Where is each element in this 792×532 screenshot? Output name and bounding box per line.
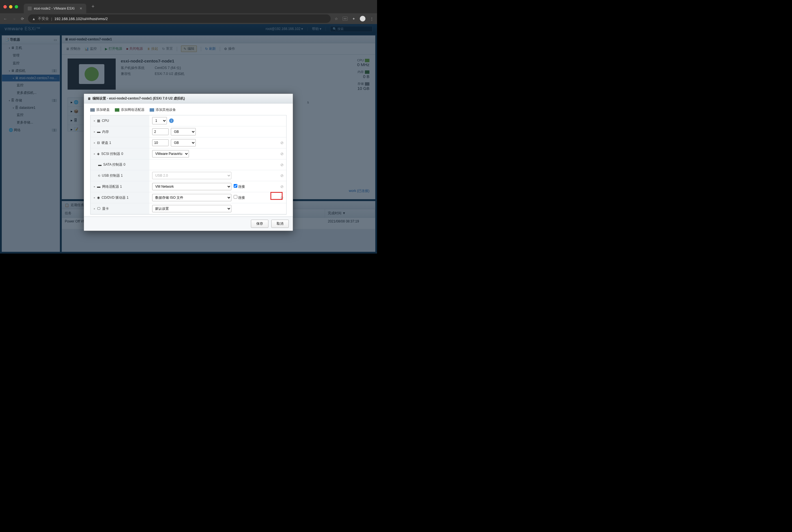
cpu-count-select[interactable]: 1 [152,117,167,125]
power-on-button[interactable]: ▶ 打开电源 [105,46,122,51]
memory-unit-select[interactable]: GB [171,128,196,135]
add-nic-button[interactable]: 添加网络适配器 [115,108,145,112]
global-search-input[interactable]: 🔍 搜索 [330,26,372,32]
expand-icon[interactable]: ▸ [94,185,95,188]
nav-ds-monitor[interactable]: 监控 [2,111,60,119]
tab-favicon [28,6,32,11]
window-controls [3,5,18,8]
info-icon[interactable]: i [169,118,174,123]
refresh-button[interactable]: ↻ 刷新 [205,46,216,51]
nav-more-storage[interactable]: 更多存储... [2,119,60,126]
expand-icon[interactable]: ▸ [94,119,95,122]
power-off-button[interactable]: ■ 关闭电源 [126,46,143,51]
bookmark-icon[interactable]: ☆ [335,17,338,21]
centos-logo-icon [85,67,99,81]
hw-memory-row: ▸▬内存 GB [91,126,286,137]
new-tab-button[interactable]: + [91,4,94,10]
url-field[interactable]: ▲ 不安全 | 192.168.166.102/ui/#/host/vms/2 [28,14,331,23]
compat-label: 兼容性 [121,72,155,76]
nic-icon [115,108,119,112]
add-other-button[interactable]: 添加其他设备 [150,108,176,112]
nav-vms[interactable]: ▾🖥 虚拟机1 [2,67,60,75]
actions-button[interactable]: ⚙ 操作 [224,46,235,51]
expand-icon[interactable]: ▸ [94,141,95,144]
edit-button[interactable]: ✎ 编辑 [181,45,197,52]
console-button[interactable]: 🖥 控制台 [66,46,80,51]
monitor-button[interactable]: 📊 监控 [85,46,97,51]
browser-tab[interactable]: esxi-node2 - VMware ESXi ✕ [24,4,86,13]
cd-source-select[interactable]: 数据存储 ISO 文件 [152,194,232,201]
nav-datastore1[interactable]: ▾🗄 datastore1 [2,104,60,111]
cd-connect-checkbox[interactable]: 连接 [234,195,245,200]
scsi-type-select[interactable]: VMware Paravirtual [152,150,189,157]
nav-host[interactable]: ▾🖥 主机 [2,44,60,52]
disk-unit-select[interactable]: GB [171,139,196,147]
tab-close-icon[interactable]: ✕ [79,6,82,11]
usb-version-select[interactable]: USB 2.0 [152,172,232,179]
extensions-icon[interactable]: ✦ [352,17,355,21]
nav-host-monitor[interactable]: 监控 [2,59,60,67]
url-text: 192.168.166.102/ui/#/host/vms/2 [54,17,108,21]
expand-icon[interactable]: ▸ [94,130,95,133]
memory-input[interactable] [152,128,169,135]
disk-size-input[interactable] [152,139,169,146]
storage-count-badge: 1 [52,99,57,102]
nav-storage[interactable]: ▾🗄 存储1 [2,97,60,104]
reset-button[interactable]: ↻ 重置 [162,46,173,51]
guest-os-label: 客户机操作系统 [121,65,155,70]
maximize-window-button[interactable] [15,5,18,8]
expand-icon[interactable]: ▸ [94,152,95,155]
nav-vm-item-selected[interactable]: ▾🖥 esxi-node2-centos7-no... [2,75,60,81]
nic-network-select[interactable]: VM Network [152,183,232,190]
minimize-window-button[interactable] [9,5,13,8]
cancel-button[interactable]: 取消 [271,220,289,228]
cpu-chip-icon [365,59,369,62]
navigator-header: 📑 导航器 ▭ [2,36,60,44]
hw-cpu-row: ▸▦CPU 1 i [91,115,286,126]
dialog-title: 🖥 编辑设置 - esxi-node2-centos7-node1 (ESXi … [84,94,293,103]
nic-connect-checkbox[interactable]: 连接 [234,184,245,189]
suspend-button[interactable]: ⏸ 挂起 [147,46,158,51]
nav-reload-icon[interactable]: ⟳ [21,17,24,21]
remove-nic-button[interactable]: ⊘ [278,184,286,189]
mem-stat: 内存0 B [344,70,369,79]
esxi-header: vmware ESXi™ root@192.168.166.102 ▾ | 帮助… [0,24,377,34]
vm-name: esxi-node2-centos7-node1 [121,58,339,63]
expand-icon[interactable]: ▸ [94,196,95,199]
profile-avatar[interactable] [360,16,366,21]
browser-url-bar: ← → ⟳ ▲ 不安全 | 192.168.166.102/ui/#/host/… [0,13,377,24]
save-button[interactable]: 保存 [251,220,269,228]
vm-count-badge: 1 [52,69,57,72]
user-menu[interactable]: root@192.168.166.102 ▾ [265,27,303,31]
close-window-button[interactable] [3,5,7,8]
gpu-icon: 🖵 [97,207,100,211]
remove-sata-button[interactable]: ⊘ [278,163,286,167]
remove-usb-button[interactable]: ⊘ [278,173,286,178]
vm-console-thumbnail[interactable] [68,58,116,90]
device-icon [150,108,154,112]
vm-toolbar: 🖥 控制台 📊 监控 ▶ 打开电源 ■ 关闭电源 ⏸ 挂起 ↻ 重置 ✎ 编辑 … [62,43,375,55]
help-menu[interactable]: 帮助 ▾ [312,26,321,31]
hw-sata-row: ▬SATA 控制器 0 ⊘ [91,159,286,170]
network-connected-label: work (已连接) [349,189,369,193]
compat-value: ESXi 7.0 U2 虚拟机 [155,72,184,76]
nav-more-vms[interactable]: 更多虚拟机... [2,89,60,97]
expand-icon[interactable]: ▸ [94,207,95,210]
col-done[interactable]: 完成时间 ▼ [325,209,375,217]
cpu-stat: CPU0 MHz [344,58,369,67]
extension-badge[interactable]: «» [343,17,348,21]
nav-network[interactable]: 🌐 网络1 [2,126,60,134]
nav-host-manage[interactable]: 管理 [2,52,60,59]
guest-os-value: CentOS 7 (64 位) [155,65,181,70]
nav-forward-icon[interactable]: → [12,17,16,21]
nav-vm-monitor[interactable]: 监控 [2,81,60,89]
sata-icon: ▬ [98,163,102,167]
nav-back-icon[interactable]: ← [3,17,7,21]
remove-cd-button[interactable]: ⊘ [278,195,286,200]
gpu-settings-select[interactable]: 默认设置 [152,205,232,212]
remove-scsi-button[interactable]: ⊘ [278,152,286,156]
remove-disk-button[interactable]: ⊘ [278,140,286,145]
add-disk-button[interactable]: 添加硬盘 [90,108,110,112]
browser-menu-icon[interactable]: ⋮ [370,17,374,21]
collapse-icon[interactable]: ▭ [54,38,57,42]
